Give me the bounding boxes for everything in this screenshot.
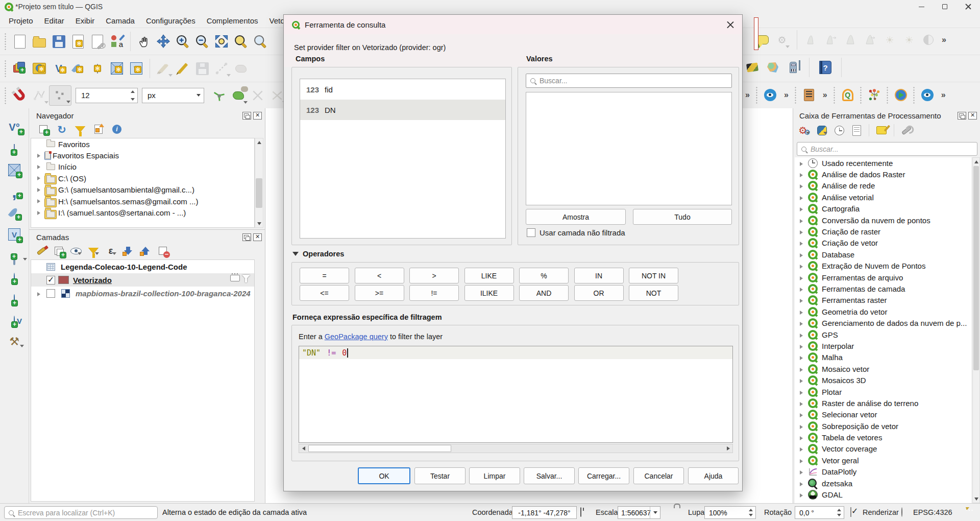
rotation-spinbox[interactable]: 0,0 ° (795, 506, 844, 519)
layer-checkbox[interactable] (46, 276, 55, 285)
filter-legend-button[interactable] (87, 245, 100, 257)
memory-layer-indicator-icon[interactable] (230, 275, 240, 281)
toolbox-scrollbar[interactable] (972, 157, 980, 503)
operator-button[interactable]: AND (519, 285, 569, 301)
toolbox-category[interactable]: Selecionar vetor (795, 409, 971, 420)
toolbox-category[interactable]: DataPlotly (795, 466, 971, 478)
tools-button[interactable]: ⚒ (5, 332, 24, 351)
toolbox-category[interactable]: dzetsaka (795, 478, 971, 489)
chevron-right-icon[interactable] (37, 176, 44, 180)
dialog-close-icon[interactable] (726, 20, 735, 29)
toolbox-category[interactable]: GDAL (795, 489, 971, 500)
browser-add-layers-button[interactable] (37, 123, 50, 135)
layer-list-plugin-button[interactable] (801, 85, 817, 105)
add-spatialite-button[interactable] (5, 203, 24, 223)
manage-map-themes-button[interactable] (70, 245, 82, 257)
data-source-manager-button[interactable] (10, 58, 30, 79)
processing-cursor-button[interactable]: ⚙ (774, 30, 790, 50)
magnifier-spinbox[interactable]: 100% (704, 506, 756, 519)
operator-button[interactable]: = (300, 268, 349, 283)
add-wms-button[interactable] (5, 268, 24, 287)
topological-editing-button[interactable] (248, 85, 267, 106)
operator-button[interactable]: ILIKE (464, 285, 514, 301)
zoom-full-button[interactable] (212, 31, 231, 52)
toolbox-category[interactable]: Tabela de vetores (795, 432, 971, 443)
close-button[interactable] (957, 0, 980, 13)
open-project-button[interactable] (30, 31, 49, 52)
toolbox-category[interactable]: Cartografia (795, 203, 971, 215)
history-button[interactable] (833, 124, 845, 136)
browser-scrollbar[interactable] (255, 138, 263, 228)
chevron-right-icon[interactable] (800, 159, 808, 168)
use-unfiltered-layer-option[interactable]: Usar camada não filtrada (527, 228, 625, 237)
collapse-all-button[interactable] (139, 245, 152, 257)
browser-properties-button[interactable]: i (111, 123, 123, 135)
sample-button[interactable]: Amostra (526, 209, 626, 225)
toolbox-category[interactable]: Vetor geral (795, 455, 971, 466)
geopackage-query-link[interactable]: GeoPackage query (325, 333, 388, 341)
toolbox-category[interactable]: Conversão da nuvem de pontos (795, 215, 971, 226)
toolbox-category[interactable]: Análise vetorial (795, 192, 971, 203)
chevron-right-icon[interactable] (800, 250, 808, 259)
eye-plugin-button[interactable] (919, 85, 936, 105)
add-spatialite-layer-button[interactable] (68, 58, 88, 79)
chevron-right-icon[interactable] (800, 342, 808, 350)
toolbox-category[interactable]: Mosaicos 3D (795, 374, 971, 386)
edit-features-in-place-button[interactable] (875, 124, 888, 136)
values-search-input[interactable]: Buscar... (526, 74, 732, 88)
layer-checkbox[interactable] (46, 289, 55, 298)
style-manager-button[interactable]: a (107, 31, 127, 52)
cancel-button[interactable]: Cancelar (633, 467, 684, 484)
results-viewer-button[interactable] (850, 124, 863, 136)
models-button[interactable]: ⚙⚙ (798, 124, 811, 136)
add-vector-layer-button[interactable] (30, 58, 49, 79)
toolbox-category[interactable]: Gerenciamento de dados da nuvem de p... (795, 317, 971, 328)
add-mesh-button[interactable] (5, 160, 24, 180)
add-group-button[interactable] (53, 245, 65, 257)
sql-expression-editor[interactable]: "DN"!=0 (299, 346, 733, 443)
save-project-button[interactable] (49, 31, 68, 52)
toolbox-category[interactable]: Extração de Nuvem de Pontos (795, 260, 971, 272)
close-panel-icon[interactable] (253, 233, 262, 241)
float-panel-icon[interactable] (242, 233, 251, 241)
layer-row-legend[interactable]: Legenda-Colecao-10-Legend-Code (31, 260, 254, 273)
pan-to-selection-button[interactable] (154, 31, 173, 52)
operator-button[interactable]: NOT IN (629, 268, 678, 283)
operator-button[interactable]: <= (300, 285, 349, 301)
increase-brightness-button[interactable]: ☀ (881, 30, 898, 50)
field-row-fid[interactable]: 123 fid (300, 79, 505, 100)
browser-tree-item[interactable]: Favoritos Espaciais (31, 150, 254, 161)
values-list[interactable] (526, 92, 732, 205)
chevron-right-icon[interactable] (800, 467, 808, 476)
coordinate-input[interactable]: -1,181° -47,278° (512, 506, 577, 519)
save-button[interactable]: Salvar... (524, 467, 575, 484)
local-cumulative-stretch-button[interactable] (843, 30, 859, 50)
menu-item[interactable]: Projeto (3, 15, 39, 27)
overflow-chevron[interactable]: » (782, 90, 791, 100)
vertex-tool-button[interactable] (30, 85, 49, 106)
spinbox-arrows[interactable] (747, 508, 754, 517)
render-checkbox[interactable] (850, 508, 851, 516)
toolbox-category[interactable]: Mosaico vetor (795, 363, 971, 374)
clear-button[interactable]: Limpar (469, 467, 520, 484)
move-feature-button[interactable] (231, 58, 251, 79)
toolbox-category[interactable]: Database (795, 249, 971, 260)
add-mesh-layer-button[interactable] (107, 58, 127, 79)
browser-tree-item[interactable]: H:\ (samuelsantos.semas@gmail.com ...) (31, 196, 254, 207)
toolbox-category[interactable]: Plotar (795, 386, 971, 397)
overflow-chevron[interactable]: » (939, 90, 948, 100)
show-layout-manager-button[interactable] (88, 31, 107, 52)
chevron-right-icon[interactable] (800, 319, 808, 327)
browser-tree-item[interactable]: C:\ (OS) (31, 173, 254, 184)
chevron-right-icon[interactable] (800, 353, 808, 362)
browser-filter-button[interactable] (74, 123, 86, 135)
browser-tree-item[interactable]: G:\ (samuelsantosambiental@gmail.c...) (31, 184, 254, 196)
chevron-right-icon[interactable] (800, 410, 808, 419)
operator-button[interactable]: != (409, 285, 459, 301)
menu-item[interactable]: Complementos (201, 15, 264, 27)
chevron-right-icon[interactable] (800, 285, 808, 293)
operator-button[interactable]: NOT (629, 285, 678, 301)
toolbox-category[interactable]: Análise de rede (795, 180, 971, 192)
toolbar-grip[interactable] (4, 87, 7, 104)
python-console-button[interactable] (816, 124, 828, 136)
